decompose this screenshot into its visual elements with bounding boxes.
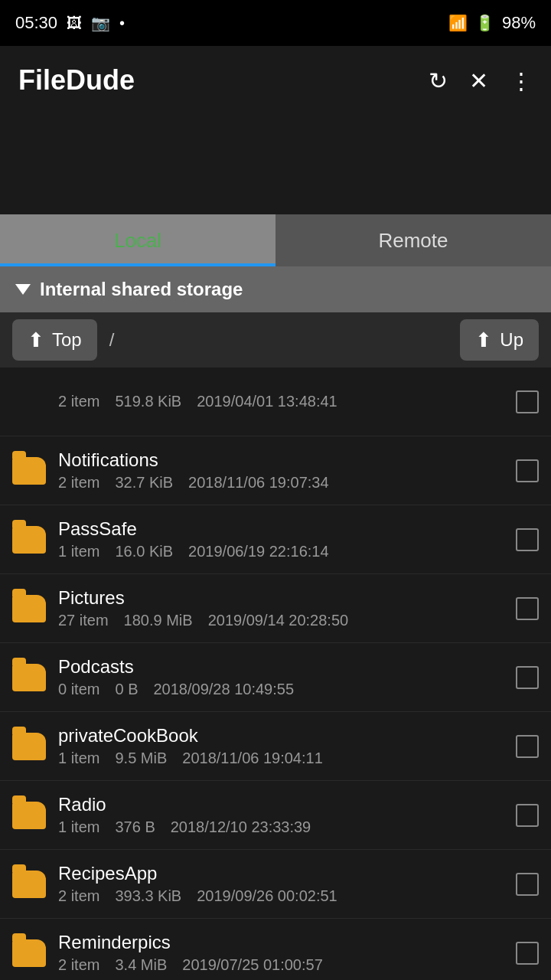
- app-bar-actions: ↻ ✕ ⋮: [429, 67, 533, 94]
- folder-icon: [12, 664, 46, 691]
- folder-icon: [12, 733, 46, 760]
- status-left: 05:30 🖼 📷 •: [15, 13, 125, 33]
- file-meta: 1 item 9.5 MiB 2018/11/06 19:04:11: [58, 750, 504, 767]
- folder-icon: [12, 526, 46, 554]
- file-name: Notifications: [58, 449, 504, 471]
- ad-space: [0, 115, 551, 214]
- list-item[interactable]: Radio 1 item 376 B 2018/12/10 23:33:39: [0, 781, 551, 850]
- list-item[interactable]: Reminderpics 2 item 3.4 MiB 2019/07/25 0…: [0, 919, 551, 980]
- up-arrow-icon: ⬆: [475, 328, 492, 352]
- tab-local[interactable]: Local: [0, 214, 276, 266]
- file-name: PassSafe: [58, 518, 504, 540]
- file-name: Reminderpics: [58, 932, 504, 953]
- file-info: Podcasts 0 item 0 B 2018/09/28 10:49:55: [58, 656, 504, 698]
- file-checkbox[interactable]: [516, 666, 539, 689]
- status-time: 05:30: [15, 13, 57, 33]
- status-right: 📶 🔋 98%: [448, 13, 536, 33]
- file-meta: 2 item 393.3 KiB 2019/09/26 00:02:51: [58, 887, 504, 905]
- file-info: Pictures 27 item 180.9 MiB 2019/09/14 20…: [58, 587, 504, 629]
- camera-icon: 📷: [91, 14, 110, 32]
- app-bar: FileDude ↻ ✕ ⋮: [0, 46, 551, 115]
- list-item[interactable]: Pictures 27 item 180.9 MiB 2019/09/14 20…: [0, 574, 551, 643]
- file-name: Radio: [58, 794, 504, 815]
- file-name: Podcasts: [58, 656, 504, 678]
- file-meta: 2 item 519.8 KiB 2019/04/01 13:48:41: [58, 393, 504, 410]
- list-item[interactable]: 2 item 519.8 KiB 2019/04/01 13:48:41: [0, 368, 551, 436]
- file-meta: 0 item 0 B 2018/09/28 10:49:55: [58, 681, 504, 698]
- file-checkbox[interactable]: [516, 942, 539, 965]
- file-meta: 2 item 32.7 KiB 2018/11/06 19:07:34: [58, 474, 504, 492]
- list-item[interactable]: RecipesApp 2 item 393.3 KiB 2019/09/26 0…: [0, 850, 551, 919]
- file-checkbox[interactable]: [516, 735, 539, 758]
- file-checkbox[interactable]: [516, 528, 539, 551]
- folder-icon: [12, 457, 46, 485]
- signal-icon: 📶: [448, 14, 468, 32]
- gallery-icon: 🖼: [67, 15, 82, 32]
- file-info: Notifications 2 item 32.7 KiB 2018/11/06…: [58, 449, 504, 492]
- up-button[interactable]: ⬆ Up: [460, 319, 539, 361]
- file-meta: 2 item 3.4 MiB 2019/07/25 01:00:57: [58, 956, 504, 974]
- file-list: 2 item 519.8 KiB 2019/04/01 13:48:41 Not…: [0, 368, 551, 980]
- file-checkbox[interactable]: [516, 390, 539, 413]
- file-info: PassSafe 1 item 16.0 KiB 2019/06/19 22:1…: [58, 518, 504, 560]
- list-item[interactable]: Podcasts 0 item 0 B 2018/09/28 10:49:55: [0, 643, 551, 712]
- list-item[interactable]: Notifications 2 item 32.7 KiB 2018/11/06…: [0, 436, 551, 505]
- folder-icon: [12, 939, 46, 967]
- file-name: Pictures: [58, 587, 504, 609]
- folder-icon: [12, 595, 46, 622]
- storage-header[interactable]: Internal shared storage: [0, 266, 551, 312]
- file-checkbox[interactable]: [516, 804, 539, 827]
- top-button[interactable]: ⬆ Top: [12, 319, 97, 361]
- file-meta: 27 item 180.9 MiB 2019/09/14 20:28:50: [58, 612, 504, 629]
- list-item[interactable]: PassSafe 1 item 16.0 KiB 2019/06/19 22:1…: [0, 505, 551, 574]
- file-info: privateCookBook 1 item 9.5 MiB 2018/11/0…: [58, 725, 504, 767]
- top-arrow-icon: ⬆: [28, 328, 44, 352]
- status-bar: 05:30 🖼 📷 • 📶 🔋 98%: [0, 0, 551, 46]
- list-item[interactable]: privateCookBook 1 item 9.5 MiB 2018/11/0…: [0, 712, 551, 781]
- close-button[interactable]: ✕: [469, 67, 488, 94]
- refresh-button[interactable]: ↻: [429, 67, 448, 94]
- nav-bar: ⬆ Top / ⬆ Up: [0, 312, 551, 368]
- battery-percent: 98%: [502, 13, 536, 33]
- folder-icon: [12, 802, 46, 829]
- file-info: RecipesApp 2 item 393.3 KiB 2019/09/26 0…: [58, 863, 504, 905]
- folder-icon: [12, 871, 46, 898]
- file-info: Reminderpics 2 item 3.4 MiB 2019/07/25 0…: [58, 932, 504, 974]
- current-path: /: [97, 329, 461, 351]
- file-name: privateCookBook: [58, 725, 504, 746]
- file-name: RecipesApp: [58, 863, 504, 884]
- battery-icon: 🔋: [475, 14, 494, 32]
- app-title: FileDude: [18, 64, 135, 96]
- file-meta: 1 item 376 B 2018/12/10 23:33:39: [58, 818, 504, 836]
- file-meta: 1 item 16.0 KiB 2019/06/19 22:16:14: [58, 543, 504, 560]
- tabs-container: Local Remote: [0, 214, 551, 266]
- collapse-icon: [15, 284, 31, 295]
- file-checkbox[interactable]: [516, 873, 539, 896]
- storage-label: Internal shared storage: [40, 279, 243, 300]
- file-checkbox[interactable]: [516, 459, 539, 482]
- file-info: Radio 1 item 376 B 2018/12/10 23:33:39: [58, 794, 504, 836]
- tab-remote[interactable]: Remote: [276, 214, 551, 266]
- more-menu-button[interactable]: ⋮: [510, 67, 533, 94]
- notification-dot: •: [119, 15, 125, 32]
- file-checkbox[interactable]: [516, 597, 539, 620]
